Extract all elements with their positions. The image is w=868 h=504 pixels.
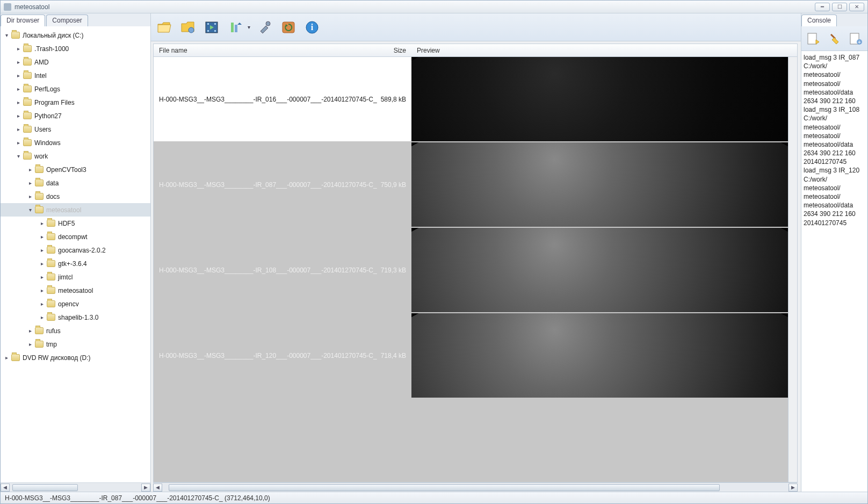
expander-icon[interactable]: ▸ <box>15 113 22 119</box>
file-row[interactable]: H-000-MSG3__-MSG3________-IR_016___-0000… <box>154 57 788 142</box>
file-name: H-000-MSG3__-MSG3________-IR_120___-0000… <box>154 352 379 359</box>
console-run-button[interactable] <box>805 31 822 47</box>
col-preview[interactable]: Preview <box>411 47 797 54</box>
expander-icon[interactable]: ▸ <box>26 328 34 334</box>
file-vscrollbar[interactable] <box>788 57 797 482</box>
tab-composer[interactable]: Composer <box>46 15 88 26</box>
tree-item[interactable]: ▸shapelib-1.3.0 <box>1 311 150 324</box>
info-button[interactable]: i <box>303 18 321 37</box>
dropdown-arrow-icon[interactable]: ▾ <box>248 24 250 30</box>
folder-icon <box>35 206 44 213</box>
close-button[interactable]: ✕ <box>849 3 864 11</box>
svg-rect-3 <box>207 30 209 32</box>
expander-icon[interactable]: ▸ <box>26 341 34 347</box>
tree-item[interactable]: ▸opencv <box>1 297 150 311</box>
tools-button[interactable] <box>256 18 274 37</box>
expander-icon[interactable]: ▸ <box>38 247 46 253</box>
expander-icon[interactable]: ▸ <box>15 46 22 52</box>
tree-item[interactable]: ▸.Trash-1000 <box>1 42 150 55</box>
expander-icon[interactable]: ▾ <box>15 153 22 159</box>
console-line: load_msg 3 IR_087 <box>804 53 865 62</box>
folder-icon <box>11 32 20 39</box>
tree-hscrollbar[interactable]: ◀ ▶ <box>1 483 150 492</box>
expander-icon[interactable]: ▸ <box>15 59 22 65</box>
tab-console[interactable]: Console <box>801 15 837 26</box>
scroll-right-icon[interactable]: ▶ <box>789 484 798 492</box>
expander-icon[interactable]: ▸ <box>38 274 46 280</box>
expander-icon[interactable]: ▸ <box>3 355 10 361</box>
col-filename[interactable]: File name <box>154 47 379 54</box>
console-log[interactable]: load_msg 3 IR_087C:/work/meteosatool/met… <box>801 51 867 492</box>
minimize-button[interactable]: ━ <box>815 3 830 11</box>
tree-item[interactable]: ▸Intel <box>1 69 150 82</box>
expander-icon[interactable]: ▸ <box>38 287 46 293</box>
tree-item[interactable]: ▸gtk+-3.6.4 <box>1 257 150 270</box>
wrench-icon <box>257 20 272 34</box>
expander-icon[interactable]: ▸ <box>26 193 34 199</box>
scroll-left-icon[interactable]: ◀ <box>153 484 162 492</box>
tree-item[interactable]: ▸Users <box>1 123 150 136</box>
directory-tree[interactable]: ▾Локальный диск (C:)▸.Trash-1000▸AMD▸Int… <box>1 26 150 483</box>
tab-dir-browser[interactable]: Dir browser <box>1 15 45 26</box>
expander-icon[interactable]: ▾ <box>26 207 34 213</box>
maximize-button[interactable]: ☐ <box>832 3 847 11</box>
scroll-track[interactable] <box>162 484 789 492</box>
expander-icon[interactable]: ▸ <box>38 314 46 320</box>
expander-icon[interactable]: ▸ <box>15 86 22 92</box>
tree-item[interactable]: ▸Python27 <box>1 109 150 123</box>
file-list[interactable]: H-000-MSG3__-MSG3________-IR_016___-0000… <box>154 57 788 482</box>
expander-icon[interactable]: ▸ <box>15 99 22 105</box>
tree-item[interactable]: ▸docs <box>1 190 150 203</box>
expander-icon[interactable]: ▸ <box>15 73 22 78</box>
tree-item[interactable]: ▸Windows <box>1 136 150 149</box>
tree-item[interactable]: ▸PerfLogs <box>1 82 150 96</box>
expander-icon[interactable]: ▸ <box>15 126 22 132</box>
scroll-thumb[interactable] <box>12 484 78 491</box>
scroll-track[interactable] <box>10 484 141 492</box>
expander-icon[interactable]: ▸ <box>38 301 46 307</box>
scroll-right-icon[interactable]: ▶ <box>141 484 150 492</box>
open-folder-button[interactable] <box>155 18 173 37</box>
expander-icon[interactable]: ▸ <box>38 220 46 226</box>
tree-item[interactable]: ▸DVD RW дисковод (D:) <box>1 351 150 364</box>
scroll-left-icon[interactable]: ◀ <box>1 484 10 492</box>
tree-item[interactable]: ▸decompwt <box>1 230 150 243</box>
tree-item[interactable]: ▸AMD <box>1 55 150 69</box>
tree-item[interactable]: ▸tmp <box>1 337 150 351</box>
console-toolbar: + <box>801 26 867 51</box>
tree-item[interactable]: ▸OpenCVTool3 <box>1 163 150 176</box>
folder-gear-button[interactable] <box>179 18 197 37</box>
tree-item[interactable]: ▸Program Files <box>1 96 150 109</box>
tree-item[interactable]: ▸data <box>1 176 150 190</box>
file-row[interactable]: H-000-MSG3__-MSG3________-IR_120___-0000… <box>154 313 788 399</box>
folder-icon <box>23 45 32 52</box>
console-line: 201401270745 <box>804 219 865 227</box>
svg-text:i: i <box>311 23 314 32</box>
tree-item[interactable]: ▸rufus <box>1 324 150 337</box>
console-clear-button[interactable] <box>826 31 843 47</box>
expander-icon[interactable]: ▸ <box>26 167 34 172</box>
expander-icon[interactable]: ▸ <box>38 234 46 240</box>
expander-icon[interactable]: ▸ <box>26 180 34 186</box>
recycle-button[interactable] <box>279 18 298 37</box>
file-hscrollbar[interactable]: ◀ ▶ <box>153 483 798 492</box>
console-save-button[interactable]: + <box>847 31 864 47</box>
console-line: C:/work/ <box>804 175 865 184</box>
file-row[interactable]: H-000-MSG3__-MSG3________-IR_087___-0000… <box>154 142 788 228</box>
tree-item[interactable]: ▸meteosatool <box>1 284 150 297</box>
expander-icon[interactable]: ▸ <box>38 261 46 267</box>
tree-item[interactable]: ▾work <box>1 149 150 163</box>
expander-icon[interactable]: ▾ <box>3 32 10 38</box>
tree-item[interactable]: ▸HDF5 <box>1 217 150 230</box>
tree-item[interactable]: ▾meteosatool <box>1 203 150 217</box>
sort-button[interactable] <box>226 18 244 37</box>
tree-item[interactable]: ▸goocanvas-2.0.2 <box>1 243 150 257</box>
console-line: meteosatool/ <box>804 80 865 88</box>
col-size[interactable]: Size <box>379 47 411 54</box>
tree-item[interactable]: ▸jimtcl <box>1 270 150 284</box>
tree-item[interactable]: ▾Локальный диск (C:) <box>1 28 150 42</box>
film-button[interactable] <box>202 18 221 37</box>
file-row[interactable]: H-000-MSG3__-MSG3________-IR_108___-0000… <box>154 228 788 313</box>
scroll-thumb[interactable] <box>169 484 720 491</box>
expander-icon[interactable]: ▸ <box>15 140 22 146</box>
